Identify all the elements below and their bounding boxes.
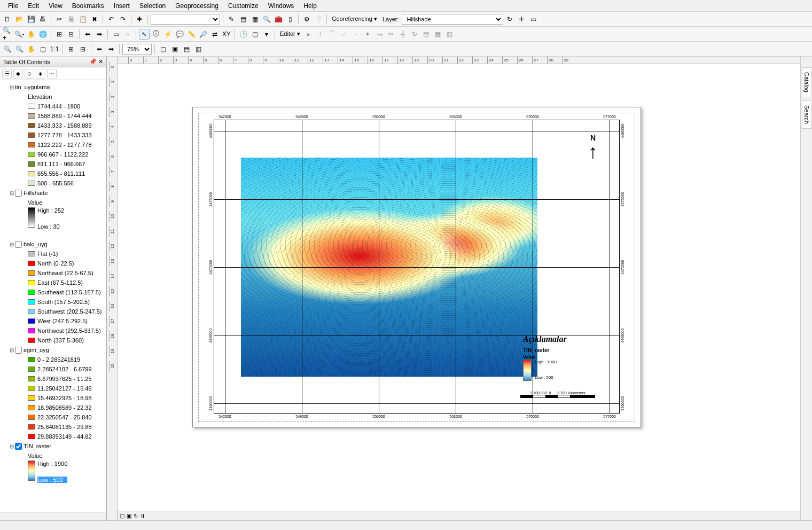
menu-customize[interactable]: Customize (223, 1, 263, 11)
change-layout-icon[interactable]: ▤ (181, 44, 192, 54)
clear-selection-icon[interactable]: ▫ (122, 29, 133, 40)
zoom-in-icon[interactable]: 🔍+ (2, 29, 13, 40)
pause-drawing-icon[interactable]: ⏸ (140, 513, 145, 519)
search-tab[interactable]: Search (802, 100, 811, 129)
find-route-icon[interactable]: ⇄ (209, 29, 220, 40)
edit-trace-icon[interactable]: ⟋ (339, 29, 349, 40)
list-by-drawing-order-icon[interactable]: ☰ (2, 69, 12, 79)
create-features-icon[interactable]: ▥ (444, 29, 455, 40)
menu-geoprocessing[interactable]: Geoprocessing (170, 1, 223, 11)
menu-file[interactable]: File (3, 1, 23, 11)
select-features-icon[interactable]: ▭ (111, 29, 121, 40)
delete-icon[interactable]: ✖ (89, 14, 100, 25)
catalog-icon[interactable]: ▦ (249, 14, 260, 25)
fixed-zoomout-layout-icon[interactable]: ⊟ (77, 44, 88, 54)
open-icon[interactable]: 📂 (14, 14, 25, 25)
menu-help[interactable]: Help (299, 1, 322, 11)
view-link-icon[interactable]: ▭ (528, 14, 538, 25)
print-icon[interactable]: 🖶 (37, 14, 48, 25)
options-icon[interactable]: ⋯ (47, 69, 57, 79)
layout-zoom-out-icon[interactable]: 🔍 (14, 44, 25, 54)
viewer-icon[interactable]: ▾ (261, 29, 272, 40)
toc-close-icon[interactable]: ✕ (98, 58, 103, 65)
toc-scrollbar[interactable] (0, 512, 106, 520)
rotate-icon[interactable]: ↻ (504, 14, 515, 25)
toc-pin-icon[interactable]: 📌 (89, 58, 97, 65)
zoom-100-icon[interactable]: 1:1 (49, 44, 60, 54)
python-icon[interactable]: ▯ (285, 14, 295, 25)
copy-icon[interactable]: ⎘ (66, 14, 76, 25)
data-view-icon[interactable]: ▢ (120, 513, 124, 519)
georef-layer-combo[interactable]: Hillshade (402, 14, 503, 25)
fixed-zoom-in-icon[interactable]: ⊞ (54, 29, 65, 40)
toggle-draft-icon[interactable]: ▢ (158, 44, 168, 54)
layout-zoom-combo[interactable]: 75% (122, 44, 152, 54)
edit-sketch-icon[interactable]: ▦ (433, 29, 443, 40)
edit-cut-icon[interactable]: ✂ (386, 29, 396, 40)
refresh-icon[interactable]: ↻ (134, 513, 138, 519)
list-by-selection-icon[interactable]: ◈ (36, 69, 45, 79)
back-icon[interactable]: ⬅ (82, 29, 93, 40)
editor-toolbar-icon[interactable]: ✎ (226, 14, 237, 25)
pan-icon[interactable]: ✋ (26, 29, 36, 40)
identify-icon[interactable]: ⓘ (151, 29, 161, 40)
layout-canvas[interactable]: N ↑ Açıklamalar TIN_raster Value High : … (118, 64, 800, 511)
data-driven-pages-icon[interactable]: ▥ (193, 44, 204, 54)
toc-tree[interactable]: ⊟tin_uygulamaElevation1744.444 - 1900158… (0, 80, 106, 512)
search-window-icon[interactable]: 🔍 (261, 14, 272, 25)
layout-zoom-in-icon[interactable]: 🔍 (2, 44, 13, 54)
map-data-frame[interactable]: N ↑ Açıklamalar TIN_raster Value High : … (214, 120, 620, 414)
edit-rotate-icon[interactable]: ↻ (409, 29, 420, 40)
undo-icon[interactable]: ↶ (106, 14, 116, 25)
zoom-out-icon[interactable]: 🔍- (14, 29, 25, 40)
back-extent-icon[interactable]: ⬅ (94, 44, 105, 54)
measure-icon[interactable]: 📏 (186, 29, 197, 40)
zoom-whole-page-icon[interactable]: ▢ (37, 44, 48, 54)
map-legend[interactable]: Açıklamalar TIN_raster Value High : 1900… (523, 334, 603, 381)
redo-icon[interactable]: ↷ (118, 14, 128, 25)
fixed-zoomin-layout-icon[interactable]: ⊞ (66, 44, 76, 54)
list-by-source-icon[interactable]: ◆ (13, 69, 23, 79)
paste-icon[interactable]: 📋 (77, 14, 88, 25)
menu-edit[interactable]: Edit (23, 1, 44, 11)
save-icon[interactable]: 💾 (26, 14, 36, 25)
layout-view-icon[interactable]: ▣ (127, 513, 131, 519)
time-slider-icon[interactable]: 🕒 (238, 29, 248, 40)
georef-dropdown[interactable]: Georeferencing ▾ (330, 15, 379, 22)
new-icon[interactable]: 🗋 (2, 14, 13, 25)
edit-arc-icon[interactable]: ⌒ (327, 29, 338, 40)
select-elements-icon[interactable]: ↖ (139, 29, 150, 40)
page[interactable]: N ↑ Açıklamalar TIN_raster Value High : … (192, 107, 641, 427)
scale-bar[interactable]: 3.700.880 0 3.700 Kilometers (520, 391, 595, 398)
toolbox-icon[interactable]: 🧰 (273, 14, 284, 25)
menu-insert[interactable]: Insert (109, 1, 135, 11)
toc-icon[interactable]: ▤ (238, 14, 248, 25)
help-icon[interactable]: ❔ (313, 14, 324, 25)
edit-attributes-icon[interactable]: ▤ (421, 29, 432, 40)
north-arrow[interactable]: N ↑ (588, 134, 598, 161)
edit-point-icon[interactable]: · (350, 29, 361, 40)
scale-combo[interactable] (151, 14, 220, 25)
edit-tool-icon[interactable]: ▸ (303, 29, 314, 40)
find-icon[interactable]: 🔎 (198, 29, 208, 40)
editor-dropdown[interactable]: Editor ▾ (278, 30, 302, 37)
create-viewer-icon[interactable]: ▢ (249, 29, 260, 40)
cut-icon[interactable]: ✂ (54, 14, 65, 25)
goto-xy-icon[interactable]: XY (221, 29, 232, 40)
edit-straight-icon[interactable]: / (315, 29, 326, 40)
list-by-visibility-icon[interactable]: ◇ (25, 69, 34, 79)
edit-split-icon[interactable]: ╫ (397, 29, 408, 40)
hyperlink-icon[interactable]: ⚡ (162, 29, 173, 40)
add-data-icon[interactable]: ✚ (134, 14, 145, 25)
forward-icon[interactable]: ➡ (94, 29, 105, 40)
forward-extent-icon[interactable]: ➡ (106, 44, 116, 54)
layout-pan-icon[interactable]: ✋ (26, 44, 36, 54)
menu-selection[interactable]: Selection (135, 1, 170, 11)
catalog-tab[interactable]: Catalog (802, 67, 811, 97)
fixed-zoom-out-icon[interactable]: ⊟ (66, 29, 76, 40)
focus-data-frame-icon[interactable]: ▣ (169, 44, 180, 54)
html-popup-icon[interactable]: 💬 (174, 29, 185, 40)
menu-bookmarks[interactable]: Bookmarks (67, 1, 109, 11)
menu-windows[interactable]: Windows (263, 1, 299, 11)
full-extent-icon[interactable]: 🌐 (37, 29, 48, 40)
